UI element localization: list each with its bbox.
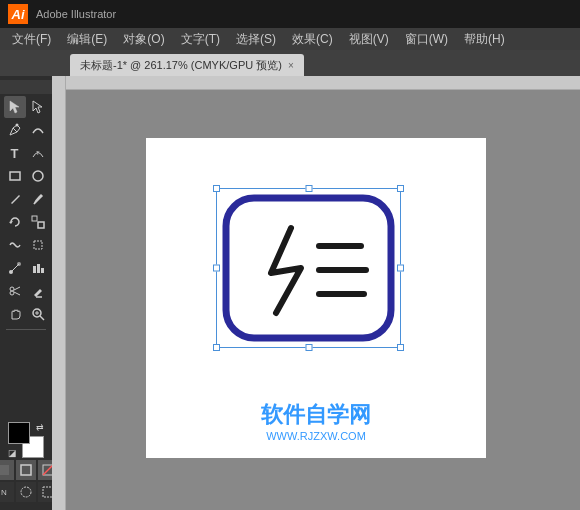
ruler-left bbox=[52, 76, 66, 510]
handle-middle-left[interactable] bbox=[213, 265, 220, 272]
menu-bar: 文件(F) 编辑(E) 对象(O) 文字(T) 选择(S) 效果(C) 视图(V… bbox=[0, 28, 580, 50]
tool-row-shape bbox=[0, 165, 52, 187]
toolbar: T T bbox=[0, 76, 52, 510]
menu-object[interactable]: 对象(O) bbox=[115, 28, 172, 50]
menu-edit[interactable]: 编辑(E) bbox=[59, 28, 115, 50]
svg-line-21 bbox=[40, 316, 44, 320]
tool-bottom-icons bbox=[0, 460, 52, 480]
app-icon: Ai bbox=[8, 4, 28, 24]
document-tab[interactable]: 未标题-1* @ 261.17% (CMYK/GPU 预览) × bbox=[70, 54, 304, 76]
menu-view[interactable]: 视图(V) bbox=[341, 28, 397, 50]
svg-rect-24 bbox=[0, 465, 9, 475]
selection-box bbox=[216, 188, 401, 348]
zoom-tool[interactable] bbox=[27, 303, 49, 325]
handle-top-left[interactable] bbox=[213, 185, 220, 192]
handle-middle-right[interactable] bbox=[397, 265, 404, 272]
curvature-tool[interactable] bbox=[27, 119, 49, 141]
svg-line-18 bbox=[14, 287, 20, 290]
handle-top-center[interactable] bbox=[305, 185, 312, 192]
free-transform-tool[interactable] bbox=[27, 234, 49, 256]
pen-tool[interactable] bbox=[4, 119, 26, 141]
menu-effect[interactable]: 效果(C) bbox=[284, 28, 341, 50]
svg-marker-1 bbox=[33, 101, 42, 113]
menu-select[interactable]: 选择(S) bbox=[228, 28, 284, 50]
watermark-text: 软件自学网 bbox=[146, 400, 486, 430]
svg-line-27 bbox=[43, 465, 52, 475]
scissors-tool[interactable] bbox=[4, 280, 26, 302]
svg-rect-29 bbox=[43, 487, 52, 497]
tool-row-zoom bbox=[0, 303, 52, 325]
eraser-tool[interactable] bbox=[27, 280, 49, 302]
svg-rect-13 bbox=[33, 266, 36, 273]
selection-tool[interactable] bbox=[4, 96, 26, 118]
reset-colors-icon[interactable]: ◪ bbox=[8, 448, 17, 458]
foreground-color-box[interactable] bbox=[8, 422, 30, 444]
paintbrush-tool[interactable] bbox=[27, 188, 49, 210]
svg-text:T: T bbox=[36, 150, 40, 156]
swap-colors-icon[interactable]: ⇄ bbox=[36, 422, 44, 432]
canvas-area[interactable]: 软件自学网 WWW.RJZXW.COM bbox=[52, 76, 580, 510]
watermark-url: WWW.RJZXW.COM bbox=[146, 430, 486, 442]
ai-logo-text: Ai bbox=[12, 7, 25, 22]
handle-bottom-left[interactable] bbox=[213, 344, 220, 351]
svg-rect-14 bbox=[37, 264, 40, 273]
tool-row-blend bbox=[0, 257, 52, 279]
svg-point-16 bbox=[10, 287, 14, 291]
pencil-tool[interactable] bbox=[4, 188, 26, 210]
ellipse-tool[interactable] bbox=[27, 165, 49, 187]
draw-inside-icon[interactable] bbox=[16, 482, 36, 502]
tool-mode-icons: N bbox=[0, 482, 52, 502]
watermark: 软件自学网 WWW.RJZXW.COM bbox=[146, 400, 486, 442]
svg-rect-8 bbox=[38, 222, 44, 228]
tab-bar: 未标题-1* @ 261.17% (CMYK/GPU 预览) × bbox=[0, 50, 580, 76]
tab-close-button[interactable]: × bbox=[288, 60, 294, 71]
hand-tool[interactable] bbox=[4, 303, 26, 325]
tool-row-pen bbox=[0, 119, 52, 141]
toolbar-ruler bbox=[0, 80, 52, 94]
blend-tool[interactable] bbox=[4, 257, 26, 279]
direct-selection-tool[interactable] bbox=[27, 96, 49, 118]
svg-line-19 bbox=[14, 292, 20, 295]
handle-bottom-center[interactable] bbox=[305, 344, 312, 351]
menu-help[interactable]: 帮助(H) bbox=[456, 28, 513, 50]
white-canvas[interactable]: 软件自学网 WWW.RJZXW.COM bbox=[146, 138, 486, 458]
tool-row-reshape bbox=[0, 234, 52, 256]
warp-tool[interactable] bbox=[4, 234, 26, 256]
tool-row-draw bbox=[0, 188, 52, 210]
menu-window[interactable]: 窗口(W) bbox=[397, 28, 456, 50]
svg-rect-9 bbox=[34, 241, 42, 249]
tool-row-transform bbox=[0, 211, 52, 233]
tool-row-cut bbox=[0, 280, 52, 302]
tab-label: 未标题-1* @ 261.17% (CMYK/GPU 预览) bbox=[80, 58, 282, 73]
ruler-top bbox=[52, 76, 580, 90]
menu-file[interactable]: 文件(F) bbox=[4, 28, 59, 50]
none-icon[interactable] bbox=[38, 460, 52, 480]
normal-mode-icon[interactable]: N bbox=[0, 482, 14, 502]
svg-rect-4 bbox=[10, 172, 20, 180]
svg-line-12 bbox=[11, 264, 19, 272]
svg-marker-0 bbox=[10, 101, 19, 113]
menu-text[interactable]: 文字(T) bbox=[173, 28, 228, 50]
svg-rect-25 bbox=[21, 465, 31, 475]
tool-row-select bbox=[0, 96, 52, 118]
svg-rect-15 bbox=[41, 268, 44, 273]
rectangle-tool[interactable] bbox=[4, 165, 26, 187]
tool-row-type: T T bbox=[0, 142, 52, 164]
main-layout: T T bbox=[0, 76, 580, 510]
svg-point-5 bbox=[33, 171, 43, 181]
color-boxes[interactable]: ⇄ ◪ bbox=[8, 422, 44, 458]
stroke-icon[interactable] bbox=[16, 460, 36, 480]
handle-bottom-right[interactable] bbox=[397, 344, 404, 351]
svg-point-17 bbox=[10, 291, 14, 295]
svg-point-28 bbox=[21, 487, 31, 497]
scale-tool[interactable] bbox=[27, 211, 49, 233]
draw-outside-icon[interactable] bbox=[38, 482, 52, 502]
fill-icon[interactable] bbox=[0, 460, 14, 480]
handle-top-right[interactable] bbox=[397, 185, 404, 192]
column-graph-tool[interactable] bbox=[27, 257, 49, 279]
type-tool[interactable]: T bbox=[4, 142, 26, 164]
type-on-path-tool[interactable]: T bbox=[27, 142, 49, 164]
rotate-tool[interactable] bbox=[4, 211, 26, 233]
artwork-container[interactable] bbox=[216, 188, 401, 348]
svg-rect-7 bbox=[32, 216, 37, 221]
